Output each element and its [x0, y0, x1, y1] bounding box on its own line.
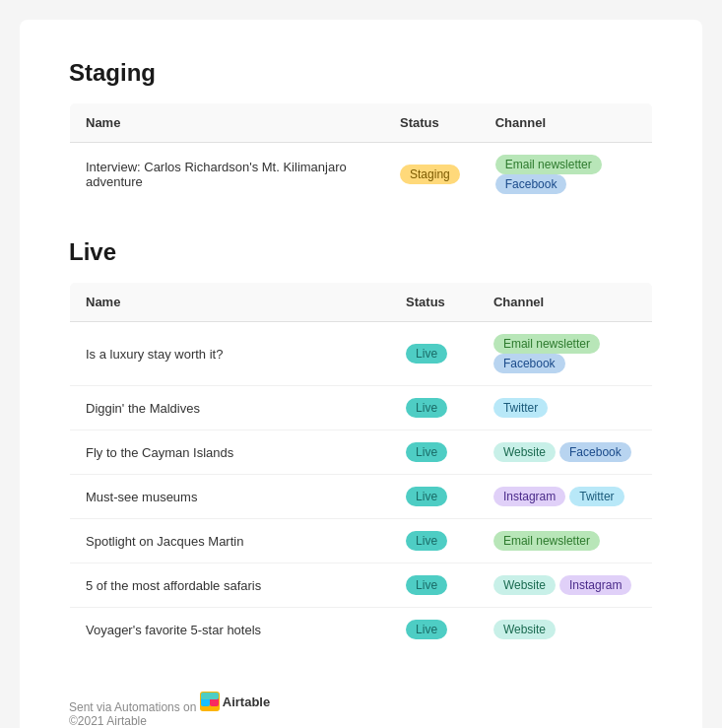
row-name: Fly to the Cayman Islands [70, 430, 391, 475]
svg-rect-3 [201, 693, 219, 699]
live-table: Name Status Channel Is a luxury stay wor… [69, 282, 653, 652]
table-row: Fly to the Cayman IslandsLiveWebsiteFace… [70, 430, 653, 475]
row-status: Live [390, 430, 478, 475]
live-header-channel: Channel [478, 283, 653, 322]
staging-header-channel: Channel [480, 103, 653, 143]
row-status: Live [390, 322, 478, 386]
staging-table: Name Status Channel Interview: Carlos Ri… [69, 102, 653, 207]
staging-header-name: Name [70, 103, 385, 143]
sent-via-text: Sent via Automations on [69, 700, 196, 714]
status-badge: Live [406, 442, 447, 462]
airtable-icon [200, 692, 220, 711]
channel-badge: Website [493, 575, 556, 595]
row-name: Diggin' the Maldives [70, 386, 391, 430]
status-badge: Staging [400, 165, 460, 184]
row-status: Staging [384, 143, 480, 207]
live-title: Live [69, 238, 653, 266]
airtable-brand-name: Airtable [223, 695, 270, 709]
table-row: Voyager's favorite 5-star hotelsLiveWebs… [70, 608, 653, 652]
status-badge: Live [406, 398, 447, 418]
row-channels: WebsiteInstagram [478, 563, 653, 608]
channel-badge: Website [493, 442, 556, 462]
main-card: Staging Name Status Channel Interview: C… [20, 20, 702, 728]
row-channels: Website [478, 608, 653, 652]
row-channels: Twitter [478, 386, 653, 430]
channel-badge: Facebook [493, 354, 565, 373]
status-badge: Live [406, 620, 447, 639]
row-channels: WebsiteFacebook [478, 430, 653, 475]
row-channels: InstagramTwitter [478, 475, 653, 519]
footer-sent-via: Sent via Automations on Airtable [69, 692, 653, 714]
table-row: Interview: Carlos Richardson's Mt. Kilim… [70, 143, 653, 207]
table-row: 5 of the most affordable safarisLiveWebs… [70, 563, 653, 608]
status-badge: Live [406, 344, 447, 364]
row-channels: Email newsletterFacebook [480, 143, 653, 207]
channel-badge: Facebook [559, 442, 631, 462]
status-badge: Live [406, 531, 447, 551]
airtable-logo: Airtable [200, 692, 270, 711]
channel-badge: Email newsletter [493, 334, 600, 354]
channel-badge: Email newsletter [495, 155, 602, 174]
row-name: Is a luxury stay worth it? [70, 322, 391, 386]
row-name: Voyager's favorite 5-star hotels [70, 608, 391, 652]
channel-badge: Twitter [569, 487, 624, 506]
status-badge: Live [406, 487, 447, 506]
row-name: Must-see museums [70, 475, 391, 519]
footer-copyright: ©2021 Airtable [69, 714, 653, 728]
staging-header-status: Status [384, 103, 480, 143]
live-header-status: Status [390, 283, 478, 322]
table-row: Spotlight on Jacques MartinLiveEmail new… [70, 519, 653, 563]
row-status: Live [390, 519, 478, 563]
channel-badge: Instagram [559, 575, 631, 595]
channel-badge: Instagram [493, 487, 565, 506]
live-header-name: Name [70, 283, 391, 322]
row-channels: Email newsletter [478, 519, 653, 563]
row-status: Live [390, 475, 478, 519]
table-row: Is a luxury stay worth it?LiveEmail news… [70, 322, 653, 386]
row-status: Live [390, 608, 478, 652]
status-badge: Live [406, 575, 447, 595]
table-row: Diggin' the MaldivesLiveTwitter [70, 386, 653, 430]
footer: Sent via Automations on Airtable ©2021 A… [69, 692, 653, 728]
channel-badge: Facebook [495, 174, 567, 194]
channel-badge: Email newsletter [493, 531, 600, 551]
table-row: Must-see museumsLiveInstagramTwitter [70, 475, 653, 519]
row-status: Live [390, 563, 478, 608]
row-name: Spotlight on Jacques Martin [70, 519, 391, 563]
row-channels: Email newsletterFacebook [478, 322, 653, 386]
row-name: Interview: Carlos Richardson's Mt. Kilim… [70, 143, 385, 207]
staging-title: Staging [69, 59, 653, 87]
channel-badge: Twitter [493, 398, 548, 418]
row-name: 5 of the most affordable safaris [70, 563, 391, 608]
row-status: Live [390, 386, 478, 430]
channel-badge: Website [493, 620, 556, 639]
